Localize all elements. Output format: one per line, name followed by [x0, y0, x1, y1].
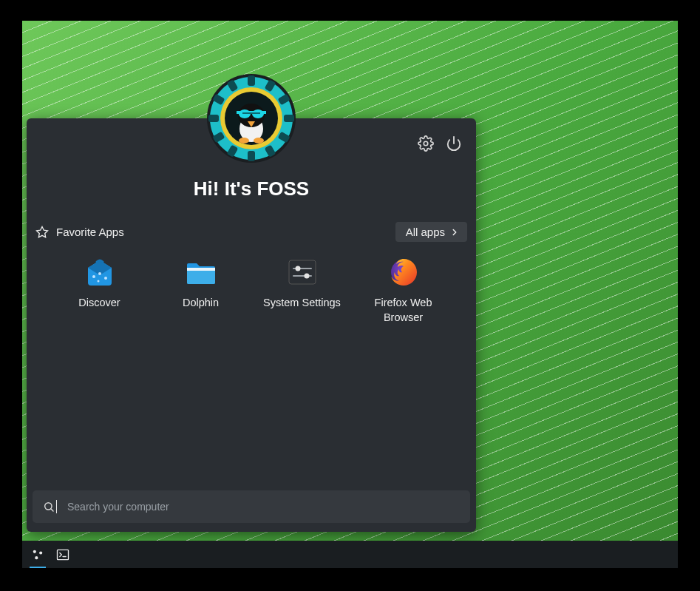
all-apps-button[interactable]: All apps — [395, 222, 467, 242]
svg-rect-21 — [242, 112, 260, 114]
gear-icon — [418, 135, 434, 152]
search-input[interactable] — [67, 501, 460, 513]
app-label: System Settings — [263, 296, 341, 311]
app-label: Firefox Web Browser — [359, 296, 448, 325]
svg-point-23 — [239, 138, 249, 143]
svg-point-43 — [39, 551, 42, 554]
svg-rect-5 — [284, 115, 294, 122]
user-avatar[interactable] — [207, 74, 296, 163]
svg-point-24 — [254, 138, 264, 143]
svg-rect-33 — [187, 268, 215, 271]
svg-point-38 — [304, 274, 309, 279]
discover-icon — [84, 256, 116, 288]
svg-point-25 — [424, 141, 428, 146]
svg-point-31 — [97, 280, 99, 283]
favorite-apps-text: Favorite Apps — [56, 226, 124, 238]
folder-icon — [185, 256, 217, 288]
favorite-apps-label: Favorite Apps — [35, 226, 124, 239]
taskbar-terminal-button[interactable] — [55, 547, 71, 563]
app-dolphin[interactable]: Dolphin — [150, 253, 251, 325]
app-system-settings[interactable]: System Settings — [251, 253, 353, 325]
svg-line-41 — [51, 509, 53, 511]
chevron-right-icon — [449, 227, 460, 237]
app-firefox[interactable]: Firefox Web Browser — [353, 253, 454, 325]
launcher-section-row: Favorite Apps All apps — [35, 222, 467, 242]
svg-point-36 — [295, 266, 300, 271]
launcher-icon — [30, 547, 45, 562]
svg-point-28 — [92, 275, 95, 278]
firefox-icon — [387, 256, 420, 288]
search-bar[interactable] — [33, 490, 470, 523]
power-icon — [446, 135, 462, 152]
app-label: Discover — [78, 296, 120, 311]
taskbar-launcher-button[interactable] — [30, 547, 46, 563]
svg-marker-27 — [37, 226, 48, 237]
user-greeting: Hi! It's FOSS — [27, 178, 476, 200]
svg-rect-34 — [289, 260, 316, 284]
favorite-apps-grid: Discover Dolphin — [49, 253, 454, 325]
text-cursor — [56, 500, 57, 513]
taskbar — [22, 541, 678, 568]
svg-point-42 — [33, 550, 36, 553]
app-discover[interactable]: Discover — [49, 253, 150, 325]
settings-button[interactable] — [417, 135, 435, 152]
app-label: Dolphin — [183, 296, 219, 311]
search-icon — [43, 501, 55, 513]
application-launcher: Hi! It's FOSS Favorite Apps All apps — [27, 118, 476, 532]
settings-app-icon — [286, 256, 319, 288]
svg-point-44 — [35, 556, 38, 559]
svg-rect-45 — [58, 550, 69, 559]
svg-point-29 — [98, 272, 101, 275]
all-apps-label: All apps — [406, 226, 445, 238]
terminal-icon — [55, 547, 70, 562]
svg-point-30 — [104, 277, 107, 280]
svg-rect-8 — [248, 151, 255, 161]
star-icon — [35, 226, 49, 239]
svg-rect-2 — [248, 75, 255, 86]
svg-rect-11 — [208, 115, 219, 122]
power-button[interactable] — [445, 135, 463, 152]
launcher-header-actions — [417, 135, 463, 152]
